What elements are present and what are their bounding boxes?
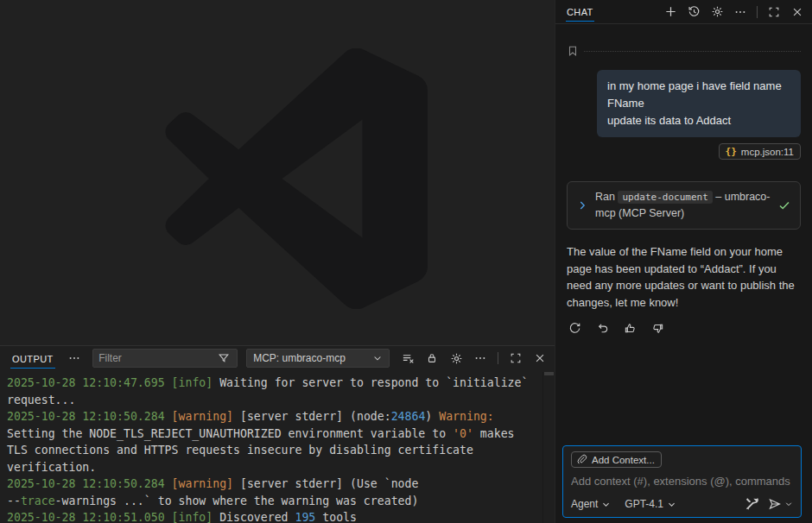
retry-icon[interactable] (567, 320, 582, 336)
output-channel-select[interactable]: MCP: umbraco-mcp (246, 349, 390, 368)
tools-icon[interactable] (744, 496, 759, 512)
user-message-bubble[interactable]: in my home page i have field name FNameu… (597, 70, 801, 137)
chevron-right-icon[interactable] (576, 199, 588, 211)
chat-input-box[interactable]: Add Context... Agent GPT-4.1 (562, 445, 802, 518)
output-panel: OUTPUT MCP: umbraco-mcp (0, 345, 555, 523)
tool-call-text: Ran update-document – umbraco-mcp (MCP S… (595, 189, 771, 222)
tab-output[interactable]: OUTPUT (10, 349, 55, 369)
json-file-icon: {} (726, 146, 737, 157)
output-settings-icon[interactable] (448, 350, 464, 366)
vscode-logo-watermark (161, 48, 434, 309)
undo-icon[interactable] (594, 320, 610, 336)
output-filter-input[interactable] (98, 352, 216, 364)
model-label: GPT-4.1 (625, 498, 663, 510)
send-button-group[interactable] (768, 497, 793, 511)
chevron-down-icon (601, 500, 611, 509)
chevron-down-icon (667, 500, 676, 509)
new-chat-icon[interactable] (663, 4, 678, 20)
close-panel-icon[interactable] (532, 350, 548, 366)
send-dropdown-icon[interactable] (784, 500, 793, 508)
output-log[interactable]: 2025-10-28 12:10:47.695 [info] Waiting f… (0, 370, 555, 523)
thumbs-up-icon[interactable] (622, 320, 638, 336)
chat-body: in my home page i have field name FNameu… (555, 24, 812, 438)
chat-panel: CHAT (555, 0, 812, 523)
paperclip-icon (576, 454, 587, 465)
bookmark-icon[interactable] (567, 45, 579, 57)
chat-message-input[interactable] (571, 475, 793, 488)
tab-chat[interactable]: CHAT (566, 2, 594, 22)
output-filter[interactable] (92, 349, 238, 368)
thumbs-down-icon[interactable] (650, 320, 665, 336)
vscode-window: OUTPUT MCP: umbraco-mcp (0, 0, 812, 523)
output-panel-header: OUTPUT MCP: umbraco-mcp (0, 346, 555, 370)
maximize-panel-icon[interactable] (508, 350, 523, 366)
attachment-row: {} mcp.json:11 (719, 143, 801, 160)
chat-header-actions (663, 4, 805, 20)
scrollbar-thumb[interactable] (544, 372, 554, 375)
close-chat-icon[interactable] (790, 4, 805, 20)
output-scrollbar[interactable] (542, 370, 555, 523)
mode-picker[interactable]: Agent (571, 498, 611, 510)
mode-label: Agent (571, 498, 598, 510)
chevron-down-icon (372, 353, 383, 363)
attachment-chip[interactable]: {} mcp.json:11 (719, 143, 801, 160)
assistant-response: The value of the FName field on your hom… (567, 243, 801, 311)
feedback-toolbar (567, 320, 801, 336)
tool-call-card[interactable]: Ran update-document – umbraco-mcp (MCP S… (567, 181, 801, 230)
chat-history-icon[interactable] (686, 4, 701, 20)
chat-header: CHAT (555, 0, 812, 24)
maximize-chat-icon[interactable] (766, 4, 782, 20)
chat-input-actions: Agent GPT-4.1 (571, 496, 793, 512)
output-channel-label: MCP: umbraco-mcp (253, 352, 346, 364)
success-check-icon (777, 198, 791, 212)
panel-tabs-overflow-icon[interactable] (67, 350, 83, 366)
clear-output-icon[interactable] (400, 350, 416, 366)
chat-settings-icon[interactable] (709, 4, 725, 20)
send-icon[interactable] (768, 497, 782, 511)
tool-name-chip: update-document (618, 191, 712, 204)
add-context-label: Add Context... (592, 455, 655, 465)
model-picker[interactable]: GPT-4.1 (625, 498, 676, 510)
editor-area (0, 0, 555, 345)
divider (498, 352, 498, 364)
divider (757, 6, 758, 18)
attachment-label: mcp.json:11 (741, 147, 794, 157)
checkpoint-row (567, 45, 801, 57)
output-actions (400, 350, 548, 366)
add-context-button[interactable]: Add Context... (571, 451, 662, 468)
chat-more-icon[interactable] (733, 4, 748, 20)
output-more-icon[interactable] (473, 350, 488, 366)
filter-icon (216, 350, 232, 366)
lock-scroll-icon[interactable] (424, 350, 440, 366)
checkpoint-separator (584, 51, 801, 52)
